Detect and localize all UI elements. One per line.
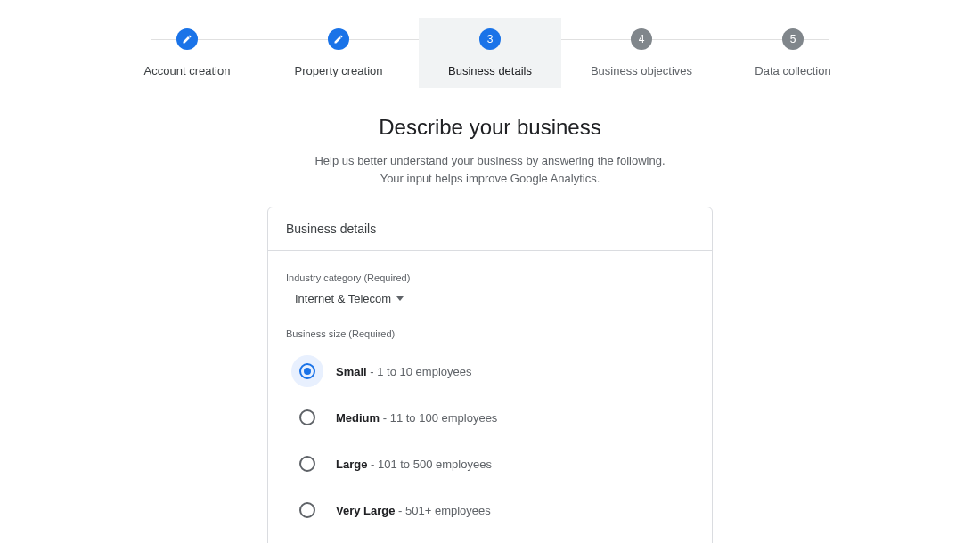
radio-large[interactable]: Large - 101 to 500 employees <box>291 441 694 487</box>
radio-icon <box>291 355 323 387</box>
business-details-card: Business details Industry category (Requ… <box>267 207 713 543</box>
step-label: Business details <box>448 64 532 77</box>
step-label: Data collection <box>755 64 830 77</box>
step-label: Property creation <box>295 64 383 77</box>
step-circle-pending: 5 <box>782 28 804 50</box>
radio-icon <box>291 401 323 434</box>
size-label: Business size (Required) <box>286 328 694 339</box>
subtitle-line: Your input helps improve Google Analytic… <box>380 172 600 185</box>
stepper: Account creation Property creation 3 Bus… <box>0 0 980 88</box>
radio-medium[interactable]: Medium - 11 to 100 employees <box>291 394 694 441</box>
card-body: Industry category (Required) Internet & … <box>268 251 712 543</box>
radio-label: Large - 101 to 500 employees <box>336 458 492 471</box>
step-circle-done <box>176 28 198 50</box>
radio-list: Small - 1 to 10 employees Medium - 11 to… <box>291 348 694 533</box>
page-subtitle: Help us better understand your business … <box>0 152 980 187</box>
radio-label: Very Large - 501+ employees <box>336 504 491 517</box>
radio-label: Medium - 11 to 100 employees <box>336 411 497 425</box>
radio-icon <box>291 448 323 480</box>
chevron-down-icon <box>396 296 404 301</box>
industry-label: Industry category (Required) <box>286 272 694 283</box>
step-business-details[interactable]: 3 Business details <box>419 18 561 88</box>
radio-icon <box>291 494 323 526</box>
step-label: Business objectives <box>591 64 692 77</box>
page-title: Describe your business <box>0 115 980 140</box>
step-data-collection: 5 Data collection <box>722 18 864 88</box>
radio-small[interactable]: Small - 1 to 10 employees <box>291 348 694 394</box>
pencil-icon <box>333 34 344 45</box>
industry-dropdown[interactable]: Internet & Telecom <box>293 288 405 309</box>
radio-label: Small - 1 to 10 employees <box>336 365 471 378</box>
step-account-creation[interactable]: Account creation <box>116 18 258 88</box>
card-header: Business details <box>268 207 712 251</box>
radio-very-large[interactable]: Very Large - 501+ employees <box>291 487 694 533</box>
industry-value: Internet & Telecom <box>295 292 391 305</box>
step-circle-done <box>328 28 349 50</box>
pencil-icon <box>182 34 192 45</box>
step-circle-pending: 4 <box>631 28 652 50</box>
subtitle-line: Help us better understand your business … <box>314 154 665 167</box>
business-size-group: Business size (Required) Small - 1 to 10… <box>286 328 694 533</box>
step-business-objectives: 4 Business objectives <box>570 18 713 88</box>
step-label: Account creation <box>144 64 231 77</box>
heading-area: Describe your business Help us better un… <box>0 115 980 187</box>
step-property-creation[interactable]: Property creation <box>267 18 410 88</box>
step-circle-active: 3 <box>479 28 501 50</box>
